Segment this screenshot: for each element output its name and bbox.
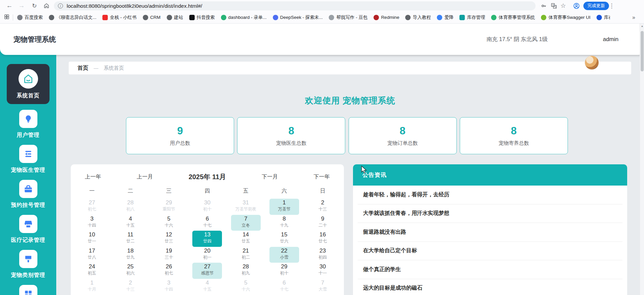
bookmark-item[interactable]: 全栈 - 小红书 bbox=[102, 14, 137, 21]
calendar-day[interactable]: 23 初四 bbox=[308, 247, 337, 263]
bookmark-item[interactable]: DeepSeek - 探索未... bbox=[273, 14, 323, 21]
calendar-day[interactable]: 3 十四 bbox=[154, 279, 184, 295]
chrome-update-button[interactable]: 完成更新 bbox=[583, 2, 609, 10]
sidebar-item[interactable]: 系统首页 bbox=[7, 64, 50, 104]
bookmark-item[interactable]: 导入教程 bbox=[405, 14, 431, 21]
calendar-day[interactable]: 28 初八 bbox=[116, 199, 145, 215]
calendar-day[interactable]: 9 二十 bbox=[308, 215, 337, 231]
calendar-day[interactable]: 5 十六 bbox=[231, 279, 261, 295]
day-number: 6 bbox=[192, 215, 222, 223]
calendar-day[interactable]: 4 十五 bbox=[192, 279, 222, 295]
calendar-prev-month-button[interactable]: 上一月 bbox=[137, 173, 153, 181]
profile-icon[interactable] bbox=[571, 0, 581, 11]
apps-grid-icon[interactable] bbox=[4, 14, 9, 21]
calendar-day[interactable]: 4 十五 bbox=[116, 215, 145, 231]
calendar-day[interactable]: 20 初一 bbox=[192, 247, 222, 263]
translate-icon[interactable]: 文G bbox=[549, 0, 558, 11]
browser-menu-icon[interactable]: ⋮ bbox=[608, 0, 615, 11]
calendar-day[interactable]: 29 初十 bbox=[269, 263, 299, 279]
announcement-item[interactable]: 做个真正的学生 bbox=[358, 260, 622, 279]
calendar-day[interactable]: 3 十四 bbox=[77, 215, 107, 231]
breadcrumb-home-link[interactable]: 首页 bbox=[77, 65, 88, 72]
sidebar-item[interactable] bbox=[0, 285, 56, 295]
username[interactable]: admin bbox=[603, 24, 618, 55]
bookmark-item[interactable]: CRM bbox=[143, 15, 161, 20]
bookmark-item[interactable]: 《聊斋志异白话文... bbox=[49, 14, 96, 21]
calendar-day[interactable]: 8 十九 bbox=[269, 215, 299, 231]
site-info-icon[interactable]: i bbox=[58, 3, 63, 8]
calendar-next-year-button[interactable]: 下一年 bbox=[314, 173, 330, 181]
calendar-day[interactable]: 31 万圣节前夜 bbox=[231, 199, 261, 215]
announcement-item[interactable]: 远大的目标是成功的磁石 bbox=[358, 279, 622, 295]
bookmark-star-icon[interactable]: ☆ bbox=[558, 0, 568, 11]
calendar-day[interactable]: 7 立冬 bbox=[231, 215, 261, 231]
scrollbar-thumb[interactable] bbox=[641, 31, 644, 71]
calendar-cell: 30 初十 bbox=[188, 199, 226, 215]
home-icon[interactable] bbox=[42, 0, 51, 11]
calendar-day[interactable]: 30 十一 bbox=[308, 263, 337, 279]
bookmarks-overflow-chevron[interactable]: » bbox=[632, 14, 635, 21]
calendar-day[interactable]: 18 廿九 bbox=[116, 247, 145, 263]
bookmark-item[interactable]: 建站 bbox=[167, 14, 183, 21]
day-lunar-label: 小雪 bbox=[269, 255, 299, 260]
calendar-day[interactable]: 14 廿五 bbox=[231, 231, 261, 247]
forward-icon[interactable]: → bbox=[17, 0, 26, 11]
calendar-day[interactable]: 25 初六 bbox=[116, 263, 145, 279]
calendar-day[interactable]: 11 廿二 bbox=[116, 231, 145, 247]
day-number: 25 bbox=[116, 263, 145, 270]
bookmark-item[interactable]: 库存管理 bbox=[459, 14, 485, 21]
calendar-day[interactable]: 12 廿三 bbox=[154, 231, 184, 247]
calendar-day[interactable]: 28 初九 bbox=[231, 263, 261, 279]
sidebar-item[interactable]: 医疗记录管理 bbox=[0, 215, 56, 244]
bookmark-item[interactable]: 库存小程序 bbox=[597, 14, 610, 21]
calendar-day[interactable]: 13 廿四 bbox=[192, 231, 222, 247]
calendar-day[interactable]: 6 十七 bbox=[269, 279, 299, 295]
avatar[interactable] bbox=[585, 56, 599, 70]
back-icon[interactable]: ← bbox=[5, 0, 14, 11]
sidebar-item[interactable]: 宠物医生管理 bbox=[0, 145, 56, 174]
scrollbar-up-arrow[interactable]: ▲ bbox=[640, 24, 644, 28]
sidebar-item[interactable]: 用户管理 bbox=[0, 110, 56, 139]
announcement-item[interactable]: 趁着年轻，输得起，看得开，去经历 bbox=[358, 186, 622, 204]
calendar-day[interactable]: 30 初十 bbox=[192, 199, 222, 215]
calendar-day[interactable]: 26 初七 bbox=[154, 263, 184, 279]
calendar-prev-year-button[interactable]: 上一年 bbox=[85, 173, 101, 181]
calendar-day[interactable]: 17 廿八 bbox=[77, 247, 107, 263]
bookmark-item[interactable]: dashboard - 录单... bbox=[221, 14, 267, 21]
calendar-day[interactable]: 1 十月 bbox=[77, 279, 107, 295]
address-bar[interactable]: i localhost:8080/springboot8k2i0euo/admi… bbox=[54, 1, 536, 10]
calendar-day[interactable]: 29 重阳节 bbox=[154, 199, 184, 215]
reload-icon[interactable]: ↻ bbox=[30, 0, 39, 11]
calendar-day[interactable]: 22 小雪 bbox=[269, 247, 299, 263]
bookmark-item[interactable]: Redmine bbox=[374, 15, 399, 20]
calendar-day[interactable]: 2 十三 bbox=[308, 199, 337, 215]
sidebar-item[interactable]: 宠物类别管理 bbox=[0, 250, 56, 279]
calendar-day[interactable]: 15 廿六 bbox=[269, 231, 299, 247]
calendar-day[interactable]: 27 初七 bbox=[77, 199, 107, 215]
sidebar-item[interactable]: 预约挂号管理 bbox=[0, 180, 56, 209]
bookmark-item[interactable]: 体育赛事管理系统 bbox=[491, 14, 535, 21]
bookmark-item[interactable]: 体育赛事Swagger UI bbox=[541, 14, 590, 21]
calendar-day[interactable]: 2 十三 bbox=[116, 279, 145, 295]
bookmark-item[interactable]: 抖音搜索 bbox=[189, 14, 215, 21]
calendar-day[interactable]: 24 初五 bbox=[77, 263, 107, 279]
calendar-day[interactable]: 10 廿一 bbox=[77, 231, 107, 247]
calendar-day[interactable]: 7 大雪 bbox=[308, 279, 337, 295]
calendar-day[interactable]: 1 万圣节 bbox=[269, 199, 299, 215]
calendar-day[interactable]: 6 十七 bbox=[192, 215, 222, 231]
announcement-item[interactable]: 在大学给自己定个目标 bbox=[358, 242, 622, 261]
bookmark-item[interactable]: 百度搜索 bbox=[17, 14, 43, 21]
calendar-day[interactable]: 16 廿七 bbox=[308, 231, 337, 247]
announcement-item[interactable]: 留退路就没有出路 bbox=[358, 223, 622, 242]
bookmark-item[interactable]: 爱降 bbox=[437, 14, 453, 21]
calendar-next-month-button[interactable]: 下一月 bbox=[262, 173, 278, 181]
password-key-icon[interactable] bbox=[539, 0, 548, 11]
calendar-day[interactable]: 21 初二 bbox=[231, 247, 261, 263]
redmine-favicon bbox=[374, 15, 379, 20]
calendar-day[interactable]: 27 感恩节 bbox=[192, 263, 222, 279]
calendar-day[interactable]: 5 十六 bbox=[154, 215, 184, 231]
calendar-day[interactable]: 19 三十 bbox=[154, 247, 184, 263]
day-number: 5 bbox=[231, 279, 261, 287]
bookmark-item[interactable]: 帮我写作 - 豆包 bbox=[329, 14, 367, 21]
announcement-item[interactable]: 大学就该抓住青春，用汗水实现梦想 bbox=[358, 204, 622, 223]
